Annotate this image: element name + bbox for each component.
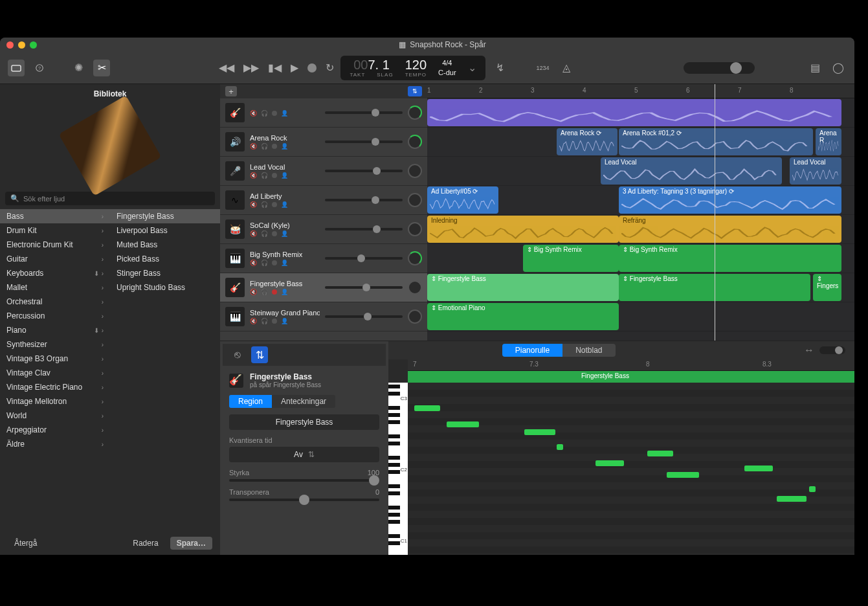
mute-button[interactable]: 🔇: [250, 172, 257, 179]
record-enable-button[interactable]: [272, 173, 277, 178]
count-in-button[interactable]: 1234: [535, 60, 551, 76]
forward-button[interactable]: ▶▶: [243, 62, 259, 74]
solo-button[interactable]: 🎧: [261, 318, 268, 324]
midi-note[interactable]: [524, 429, 555, 435]
solo-button[interactable]: 🎧: [261, 289, 268, 295]
region[interactable]: ⇕ Fingerstyle Bass: [427, 274, 619, 301]
mute-button[interactable]: 🔇: [250, 143, 257, 150]
piano-roll-ruler[interactable]: 77.388.3: [408, 359, 854, 371]
library-item[interactable]: Vintage Clav›: [0, 366, 110, 380]
midi-note[interactable]: [595, 460, 624, 466]
library-item[interactable]: Picked Bass: [110, 252, 220, 266]
input-monitor-button[interactable]: 👤: [281, 230, 288, 237]
piano-keyboard[interactable]: C3C2C1: [388, 383, 408, 555]
tab-pianoroll[interactable]: Pianorulle: [502, 344, 562, 357]
library-item[interactable]: World›: [0, 409, 110, 423]
record-enable-button[interactable]: [272, 231, 277, 236]
library-item[interactable]: Äldre›: [0, 437, 110, 451]
solo-button[interactable]: 🎧: [261, 110, 268, 117]
library-save-button[interactable]: Spara…: [170, 537, 212, 550]
library-item[interactable]: Orchestral›: [0, 295, 110, 309]
midi-note[interactable]: [809, 486, 816, 492]
track-header[interactable]: 🥁 SoCal (Kyle) 🔇 🎧 👤: [220, 215, 427, 244]
midi-note[interactable]: [447, 421, 479, 427]
library-item[interactable]: Percussion›: [0, 309, 110, 323]
region[interactable]: ⇕ Big Synth Remix: [523, 245, 619, 272]
editors-toggle-button[interactable]: ✂: [93, 60, 110, 76]
minimize-window-button[interactable]: [18, 41, 25, 49]
playhead[interactable]: [715, 84, 715, 341]
region[interactable]: 3 Ad Liberty: Tagning 3 (3 tagningar) ⟳: [619, 186, 841, 214]
track-header[interactable]: 🎸 🔇 🎧 👤: [220, 98, 427, 128]
library-item[interactable]: Arpeggiator›: [0, 423, 110, 437]
lcd-display[interactable]: 007. 1 TAKTSLAG 120TEMPO 4/4C-dur ⌄: [340, 56, 485, 80]
record-enable-button[interactable]: [272, 289, 277, 295]
piano-roll-region-header[interactable]: Fingerstyle Bass: [408, 371, 854, 383]
track-volume-slider[interactable]: [325, 286, 403, 289]
mute-button[interactable]: 🔇: [250, 201, 257, 208]
track-volume-slider[interactable]: [325, 199, 403, 201]
loops-button[interactable]: ◯: [830, 60, 847, 76]
input-monitor-button[interactable]: 👤: [281, 289, 288, 295]
stop-button[interactable]: ▮◀: [268, 62, 282, 74]
track-volume-slider[interactable]: [325, 140, 403, 143]
record-enable-button[interactable]: [272, 144, 277, 149]
region[interactable]: [427, 99, 841, 126]
library-toggle-button[interactable]: [8, 60, 25, 76]
library-item[interactable]: Stinger Bass: [110, 266, 220, 280]
midi-note[interactable]: [777, 496, 807, 502]
notepad-button[interactable]: ▤: [807, 60, 823, 76]
library-item[interactable]: Vintage Mellotron›: [0, 394, 110, 409]
editor-link-button[interactable]: ⎋: [229, 346, 246, 363]
library-revert-button[interactable]: Återgå: [8, 537, 43, 550]
solo-button[interactable]: 🎧: [261, 201, 268, 208]
piano-roll-grid[interactable]: [408, 383, 854, 555]
track-volume-slider[interactable]: [325, 170, 403, 172]
region[interactable]: Arena R: [816, 128, 841, 155]
transpose-slider[interactable]: [229, 499, 379, 501]
track-header[interactable]: 🎤 Lead Vocal 🔇 🎧 👤: [220, 157, 427, 186]
region[interactable]: ⇕ Big Synth Remix: [619, 245, 841, 272]
metronome-button[interactable]: ◬: [558, 60, 575, 76]
track-volume-slider[interactable]: [325, 111, 403, 114]
library-item[interactable]: Synthesizer›: [0, 337, 110, 352]
region[interactable]: Arena Rock #01,2 ⟳: [619, 128, 813, 155]
horizontal-zoom-icon[interactable]: ↔: [804, 344, 814, 356]
library-item[interactable]: Upright Studio Bass: [110, 280, 220, 295]
midi-note[interactable]: [744, 466, 773, 471]
library-delete-button[interactable]: Radera: [126, 537, 164, 550]
track-pan-knob[interactable]: [408, 280, 422, 295]
tab-region[interactable]: Region: [229, 395, 272, 408]
midi-note[interactable]: [557, 444, 563, 450]
record-enable-button[interactable]: [272, 319, 277, 324]
track-pan-knob[interactable]: [408, 164, 422, 178]
input-monitor-button[interactable]: 👤: [281, 318, 288, 324]
tuner-button[interactable]: ↯: [492, 60, 509, 76]
library-item[interactable]: Drum Kit›: [0, 223, 110, 238]
quantize-select[interactable]: Av⇅: [229, 447, 379, 462]
track-pan-knob[interactable]: [408, 193, 422, 207]
region[interactable]: Lead Vocal: [601, 157, 782, 185]
midi-note[interactable]: [414, 405, 440, 411]
track-header[interactable]: ∿ Ad Liberty 🔇 🎧 👤: [220, 186, 427, 215]
cycle-button[interactable]: ↻: [326, 62, 334, 74]
strength-slider[interactable]: [229, 479, 379, 482]
library-item[interactable]: Keyboards⬇›: [0, 266, 110, 280]
play-button[interactable]: ▶: [291, 62, 298, 74]
rewind-button[interactable]: ◀◀: [219, 62, 234, 74]
region[interactable]: Inledning: [427, 216, 619, 243]
midi-note[interactable]: [667, 472, 699, 478]
region[interactable]: Lead Vocal: [790, 157, 841, 185]
library-item[interactable]: Vintage B3 Organ›: [0, 352, 110, 366]
record-enable-button[interactable]: [272, 111, 277, 116]
track-pan-knob[interactable]: [408, 309, 422, 324]
library-item[interactable]: Piano⬇›: [0, 323, 110, 337]
zoom-window-button[interactable]: [30, 41, 37, 49]
smart-controls-button[interactable]: ✺: [70, 60, 87, 76]
record-enable-button[interactable]: [272, 260, 277, 265]
input-monitor-button[interactable]: 👤: [281, 201, 288, 208]
bar-ruler[interactable]: 12345678: [427, 84, 854, 98]
close-window-button[interactable]: [6, 41, 14, 49]
mute-button[interactable]: 🔇: [250, 110, 257, 117]
tab-score[interactable]: Notblad: [562, 344, 615, 357]
